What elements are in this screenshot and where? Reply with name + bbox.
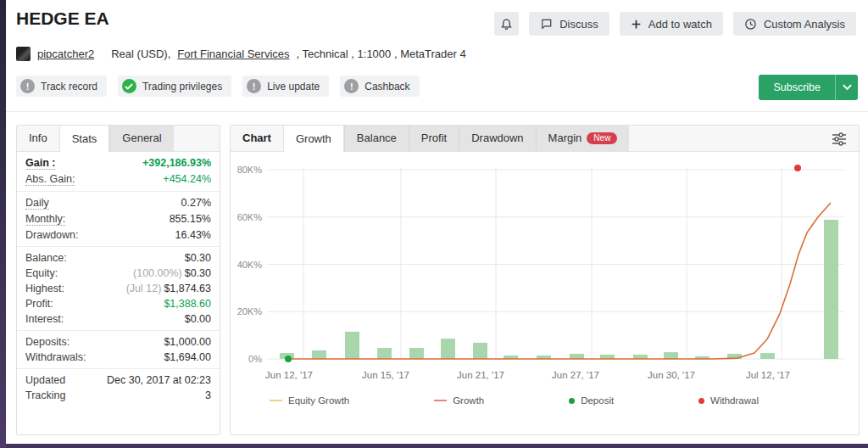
badge-label: Live update: [267, 81, 320, 92]
stat-value: 16.43%: [175, 229, 211, 241]
add-to-watch-button[interactable]: Add to watch: [620, 12, 723, 36]
tab-label: Growth: [296, 126, 331, 152]
svg-text:Jun 12, '17: Jun 12, '17: [265, 370, 313, 380]
badge-live-update[interactable]: !Live update: [242, 76, 329, 97]
broker-link[interactable]: Fort Financial Services: [177, 48, 289, 60]
stat-value: $0.30: [185, 252, 211, 264]
tab-margin[interactable]: MarginNew: [536, 126, 630, 151]
badge-track-record[interactable]: !Track record: [16, 76, 107, 97]
plus-icon: [631, 19, 642, 30]
badge-trading-privileges[interactable]: Trading privileges: [118, 76, 231, 97]
stat-value: +392,186.93%: [142, 157, 211, 170]
legend-label: Equity Growth: [288, 395, 349, 406]
header-actions: Discuss Add to watch Custom Analysis: [494, 12, 856, 36]
stat-label: Tracking: [25, 389, 65, 401]
stat-row-profit: Profit:$1,388.60: [17, 296, 220, 311]
svg-text:120K%: 120K%: [237, 306, 262, 316]
stat-value-text: $1,000.00: [164, 336, 211, 348]
stats-group: Gain :+392,186.93%Abs. Gain:+454.24%: [17, 152, 220, 191]
svg-text:0%: 0%: [248, 354, 262, 364]
stat-value-text: 855.15%: [170, 213, 211, 225]
legend-label: Growth: [453, 395, 484, 406]
stat-label: Updated: [25, 374, 65, 386]
legend-label: Deposit: [581, 395, 614, 406]
exclamation-icon: !: [344, 79, 359, 93]
stat-value-muted: (100.00%): [133, 267, 182, 279]
chart-panel: ChartGrowthBalanceProfitDrawdownMarginNe…: [230, 125, 860, 435]
stat-value-text: $0.30: [185, 252, 211, 264]
tab-label: Drawdown: [471, 126, 523, 151]
legend-label: Withdrawal: [710, 395, 759, 406]
system-page: HEDGE EA Discuss Add to watch Custom Ana…: [6, 0, 868, 444]
stat-value-text: Dec 30, 2017 at 02:23: [107, 374, 211, 386]
stat-label: Abs. Gain:: [25, 173, 75, 186]
window-frame-left: [0, 0, 6, 448]
tab-profit[interactable]: Profit: [409, 126, 459, 151]
stat-label: Daily: [25, 197, 49, 210]
stat-value-text: $1,874.63: [164, 283, 211, 294]
stat-row-deposits: Deposits:$1,000.00: [17, 334, 220, 350]
stats-panel: InfoStatsGeneral Gain :+392,186.93%Abs. …: [16, 125, 220, 435]
stats-group: Deposits:$1,000.00Withdrawals:$1,694.00: [17, 330, 220, 368]
svg-text:480K%: 480K%: [237, 165, 262, 175]
chevron-down-icon: [843, 84, 852, 91]
discuss-button[interactable]: Discuss: [529, 12, 609, 36]
tab-label: Chart: [242, 126, 271, 151]
legend-item-growth[interactable]: Growth: [434, 395, 484, 406]
legend-item-withdrawal[interactable]: Withdrawal: [698, 395, 759, 406]
page-title: HEDGE EA: [16, 8, 109, 29]
tab-info[interactable]: Info: [17, 126, 59, 151]
stat-value-text: +454.24%: [163, 173, 211, 185]
stat-label: Monthly:: [25, 213, 65, 226]
stat-label: Gain :: [25, 157, 55, 170]
tab-drawdown[interactable]: Drawdown: [459, 126, 535, 151]
stat-label: Interest:: [25, 313, 64, 325]
tab-growth[interactable]: Growth: [283, 126, 344, 152]
tab-label: Stats: [72, 126, 97, 152]
tab-chart[interactable]: Chart: [231, 126, 283, 151]
stat-label: Equity:: [25, 267, 58, 279]
notifications-button[interactable]: [494, 12, 519, 36]
stats-group: Balance:$0.30Equity:(100.00%)$0.30Highes…: [17, 246, 220, 330]
tab-label: General: [122, 126, 161, 151]
legend-item-deposit[interactable]: Deposit: [569, 395, 614, 406]
stat-value-text: $0.00: [185, 313, 211, 325]
stat-row-balance: Balance:$0.30: [17, 250, 220, 266]
badge-cashback[interactable]: !Cashback: [340, 76, 419, 97]
tab-balance[interactable]: Balance: [344, 126, 409, 151]
stat-row-monthly: Monthly:855.15%: [17, 211, 220, 227]
svg-text:240K%: 240K%: [237, 260, 262, 270]
tab-general[interactable]: General: [109, 126, 173, 151]
tab-label: Profit: [421, 126, 447, 151]
legend-item-equity-growth[interactable]: Equity Growth: [270, 395, 349, 406]
tab-stats[interactable]: Stats: [59, 126, 110, 152]
badge-label: Trading privileges: [142, 81, 222, 92]
growth-chart-svg: 0%120K%240K%360K%480K%Jun 12, '17Jun 15,…: [237, 158, 848, 394]
growth-chart: 0%120K%240K%360K%480K%Jun 12, '17Jun 15,…: [237, 158, 848, 397]
chart-panel-tabs: ChartGrowthBalanceProfitDrawdownMarginNe…: [231, 126, 859, 152]
window-frame-bottom: [0, 444, 868, 448]
stat-value: $1,000.00: [164, 336, 211, 348]
account-type: Real (USD),: [111, 48, 170, 60]
subscribe-button[interactable]: Subscribe: [759, 75, 858, 100]
legend-dot-swatch: [569, 398, 575, 404]
sliders-icon: [831, 132, 848, 147]
verification-badges: !Track recordTrading privileges!Live upd…: [16, 76, 420, 97]
stat-value-text: $0.30: [185, 267, 211, 279]
chart-legend: Equity GrowthGrowthDepositWithdrawal: [231, 395, 859, 406]
custom-analysis-button[interactable]: Custom Analysis: [733, 12, 856, 36]
stat-value: (Jul 12)$1,874.63: [126, 283, 211, 294]
stat-label: Deposits:: [25, 336, 70, 348]
username-link[interactable]: pipcatcher2: [37, 48, 94, 60]
stat-row-drawdown: Drawdown:16.43%: [17, 227, 220, 243]
stat-value-text: 16.43%: [175, 229, 211, 241]
stat-value: 0.27%: [181, 197, 211, 210]
stat-label: Profit:: [25, 298, 53, 310]
stat-row-equity: Equity:(100.00%)$0.30: [17, 266, 220, 281]
subscribe-dropdown[interactable]: [835, 75, 858, 100]
svg-text:360K%: 360K%: [237, 212, 262, 222]
chart-settings-button[interactable]: [831, 132, 848, 150]
custom-analysis-label: Custom Analysis: [764, 18, 845, 31]
stat-value: (100.00%)$0.30: [133, 267, 211, 279]
svg-text:Jun 30, '17: Jun 30, '17: [648, 370, 695, 380]
